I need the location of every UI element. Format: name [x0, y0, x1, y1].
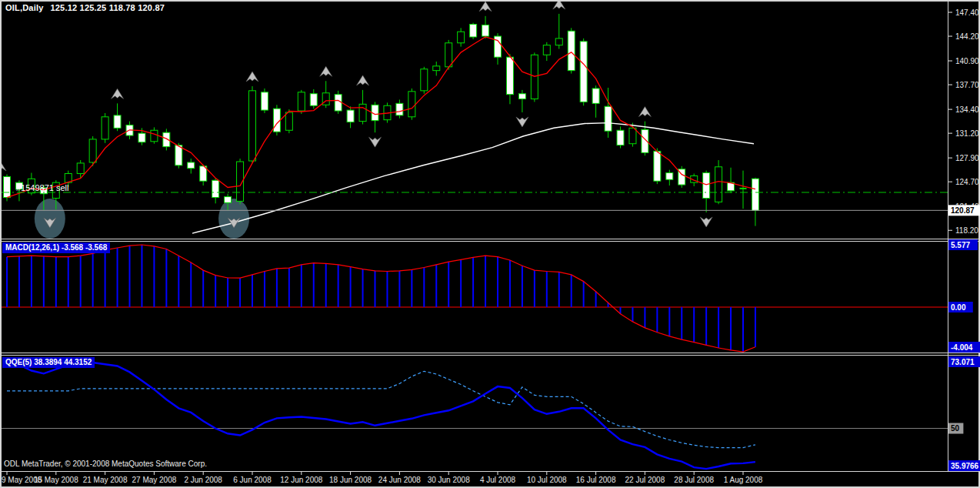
- candle: [421, 69, 428, 91]
- candle: [151, 130, 158, 142]
- candle: [77, 163, 84, 174]
- candle: [568, 31, 575, 70]
- svg-text:124.70: 124.70: [955, 178, 979, 186]
- candle: [261, 92, 268, 110]
- svg-text:137.70: 137.70: [955, 81, 979, 89]
- macd-indicator-label: MACD(12,26,1) -3.568 -3.568: [2, 242, 110, 253]
- candle: [408, 92, 415, 117]
- svg-text:24 Jun 2008: 24 Jun 2008: [378, 476, 421, 484]
- candle: [654, 151, 661, 181]
- candle: [89, 139, 96, 162]
- ohlc-values: 125.12 125.25 118.78 120.87: [50, 3, 165, 12]
- svg-text:147.40: 147.40: [955, 8, 979, 17]
- svg-text:35.9766: 35.9766: [951, 462, 979, 470]
- svg-text:5.577: 5.577: [951, 241, 970, 249]
- svg-text:1 Aug 2008: 1 Aug 2008: [724, 476, 763, 484]
- candle: [347, 110, 354, 122]
- candle: [543, 45, 550, 55]
- candle: [175, 145, 182, 165]
- candle: [703, 173, 710, 199]
- candle: [310, 94, 317, 106]
- candle: [188, 162, 195, 169]
- svg-text:-4.004: -4.004: [951, 343, 973, 352]
- candle: [629, 128, 636, 143]
- svg-text:140.90: 140.90: [955, 57, 979, 65]
- order-sell-label: #1549871 sell: [16, 183, 69, 192]
- qqe-indicator-label: QQE(5) 38.3894 44.3152: [2, 357, 95, 368]
- svg-text:127.90: 127.90: [955, 154, 979, 162]
- candle: [138, 133, 145, 142]
- candle: [249, 91, 256, 161]
- candle: [518, 94, 525, 99]
- candle: [359, 104, 366, 121]
- svg-text:22 Jul 2008: 22 Jul 2008: [625, 476, 665, 484]
- candle: [458, 32, 465, 43]
- metatrader-chart-window: 147.40144.20140.90137.70134.40131.20127.…: [0, 0, 980, 488]
- candle: [225, 197, 232, 203]
- svg-text:50: 50: [951, 424, 960, 433]
- candle: [617, 130, 624, 145]
- svg-text:134.40: 134.40: [955, 105, 979, 114]
- svg-text:6 Jun 2008: 6 Jun 2008: [233, 476, 272, 484]
- candle: [114, 115, 121, 128]
- svg-text:120.87: 120.87: [951, 206, 975, 215]
- copyright-notice: ODL MetaTrader, © 2001-2008 MetaQuotes S…: [4, 460, 207, 468]
- svg-text:28 Jul 2008: 28 Jul 2008: [674, 476, 714, 484]
- svg-text:144.20: 144.20: [955, 32, 979, 41]
- chart-canvas[interactable]: 147.40144.20140.90137.70134.40131.20127.…: [0, 0, 980, 488]
- chart-title: OIL,Daily125.12 125.25 118.78 120.87: [5, 3, 165, 12]
- candle: [531, 55, 538, 99]
- svg-text:4 Jul 2008: 4 Jul 2008: [480, 476, 516, 484]
- chart-background: [0, 0, 980, 488]
- candle: [470, 25, 477, 37]
- candle: [433, 66, 440, 71]
- candle: [285, 112, 292, 130]
- candle: [396, 103, 403, 115]
- svg-text:0.00: 0.00: [951, 303, 966, 312]
- candle: [273, 109, 280, 132]
- candle: [715, 167, 722, 202]
- svg-text:118.20: 118.20: [955, 226, 978, 235]
- candle: [555, 38, 562, 45]
- svg-text:21 May 2008: 21 May 2008: [83, 476, 128, 484]
- symbol-period-label: OIL,Daily: [5, 3, 43, 12]
- svg-text:16 Jul 2008: 16 Jul 2008: [576, 476, 616, 484]
- svg-text:131.20: 131.20: [955, 129, 979, 138]
- candle: [445, 43, 452, 67]
- candle: [298, 92, 305, 111]
- svg-text:2 Jun 2008: 2 Jun 2008: [184, 476, 222, 484]
- svg-text:73.071: 73.071: [951, 358, 975, 366]
- candle: [666, 173, 673, 180]
- candle: [580, 42, 587, 102]
- svg-text:18 Jun 2008: 18 Jun 2008: [329, 476, 372, 484]
- candle: [506, 57, 513, 95]
- svg-text:30 Jun 2008: 30 Jun 2008: [428, 476, 470, 484]
- svg-text:15 May 2008: 15 May 2008: [34, 476, 78, 484]
- candle: [592, 89, 599, 103]
- svg-text:12 Jun 2008: 12 Jun 2008: [280, 476, 322, 484]
- candle: [752, 179, 758, 210]
- svg-text:10 Jul 2008: 10 Jul 2008: [527, 476, 567, 484]
- candle: [605, 106, 612, 131]
- candle: [102, 117, 108, 139]
- candle: [4, 176, 11, 197]
- candle: [212, 180, 219, 197]
- svg-text:27 May 2008: 27 May 2008: [132, 476, 176, 484]
- candle: [335, 95, 342, 111]
- candle: [482, 25, 489, 36]
